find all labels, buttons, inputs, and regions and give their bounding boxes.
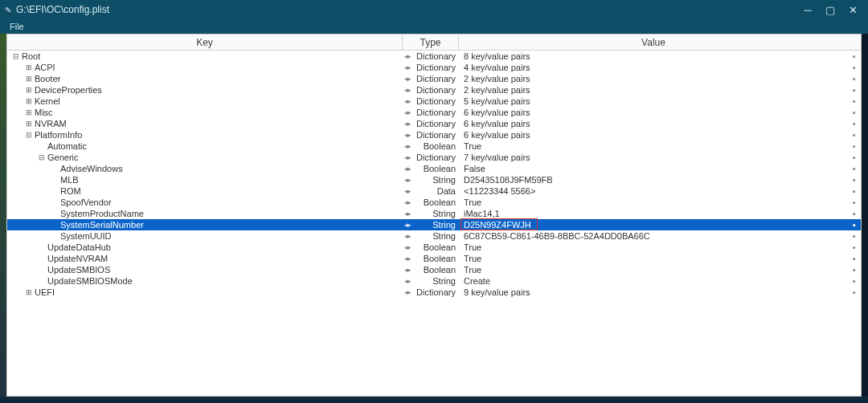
value-cell[interactable]: 4 key/value pairs xyxy=(459,62,848,73)
row-menu-icon[interactable]: ▪ xyxy=(848,51,861,62)
type-cell[interactable]: ◂▸Boolean xyxy=(403,264,459,275)
key-cell[interactable]: ⊞Kernel xyxy=(7,96,403,107)
type-cell[interactable]: ◂▸Dictionary xyxy=(403,51,459,62)
tree-row[interactable]: SpoofVendor◂▸BooleanTrue▪ xyxy=(7,197,861,208)
value-cell[interactable]: 5 key/value pairs xyxy=(459,96,848,107)
value-cell[interactable]: True xyxy=(459,197,848,208)
minimize-button[interactable]: ─ xyxy=(797,2,818,17)
key-cell[interactable]: UpdateNVRAM xyxy=(7,253,403,264)
tree-row[interactable]: ⊟Root◂▸Dictionary8 key/value pairs▪ xyxy=(7,51,861,62)
row-menu-icon[interactable]: ▪ xyxy=(848,275,861,287)
key-cell[interactable]: MLB xyxy=(7,174,403,185)
tree-row[interactable]: ROM◂▸Data<11223344 5566>▪ xyxy=(7,185,861,197)
row-menu-icon[interactable]: ▪ xyxy=(848,84,861,96)
close-button[interactable]: ✕ xyxy=(842,2,863,17)
type-cell[interactable]: ◂▸Dictionary xyxy=(403,96,459,107)
row-menu-icon[interactable]: ▪ xyxy=(848,242,861,253)
value-cell[interactable]: <11223344 5566> xyxy=(459,185,848,197)
row-menu-icon[interactable]: ▪ xyxy=(848,140,861,152)
key-cell[interactable]: AdviseWindows xyxy=(7,163,403,174)
tree-row[interactable]: SystemUUID◂▸String6C87CB59-C861-46B9-8BB… xyxy=(7,230,861,242)
type-cell[interactable]: ◂▸String xyxy=(403,219,459,230)
expand-icon[interactable]: ⊞ xyxy=(25,120,33,128)
value-cell[interactable]: True xyxy=(459,253,848,264)
type-cell[interactable]: ◂▸Boolean xyxy=(403,253,459,264)
tree-row[interactable]: AdviseWindows◂▸BooleanFalse▪ xyxy=(7,163,861,174)
row-menu-icon[interactable]: ▪ xyxy=(848,185,861,197)
type-cell[interactable]: ◂▸String xyxy=(403,174,459,185)
tree-row[interactable]: ⊞NVRAM◂▸Dictionary6 key/value pairs▪ xyxy=(7,118,861,129)
row-menu-icon[interactable]: ▪ xyxy=(848,152,861,163)
header-value[interactable]: Value xyxy=(459,35,848,50)
type-cell[interactable]: ◂▸Boolean xyxy=(403,242,459,253)
type-cell[interactable]: ◂▸Dictionary xyxy=(403,118,459,129)
row-menu-icon[interactable]: ▪ xyxy=(848,219,861,230)
key-cell[interactable]: ⊞NVRAM xyxy=(7,118,403,129)
row-menu-icon[interactable]: ▪ xyxy=(848,73,861,84)
tree-row[interactable]: ⊞Kernel◂▸Dictionary5 key/value pairs▪ xyxy=(7,96,861,107)
value-cell[interactable]: D25435108J9FM59FB xyxy=(459,174,848,185)
menu-file[interactable]: File xyxy=(5,20,29,33)
row-menu-icon[interactable]: ▪ xyxy=(848,287,861,298)
expand-icon[interactable]: ⊞ xyxy=(25,75,33,83)
collapse-icon[interactable]: ⊟ xyxy=(38,153,46,161)
key-cell[interactable]: UpdateDataHub xyxy=(7,242,403,253)
key-cell[interactable]: SpoofVendor xyxy=(7,197,403,208)
tree-row[interactable]: ⊟PlatformInfo◂▸Dictionary6 key/value pai… xyxy=(7,129,861,140)
type-cell[interactable]: ◂▸String xyxy=(403,275,459,287)
tree-row[interactable]: Automatic◂▸BooleanTrue▪ xyxy=(7,140,861,152)
tree-row[interactable]: ⊞DeviceProperties◂▸Dictionary2 key/value… xyxy=(7,84,861,96)
tree-row[interactable]: ⊞UEFI◂▸Dictionary9 key/value pairs▪ xyxy=(7,287,861,298)
collapse-icon[interactable]: ⊟ xyxy=(12,52,20,60)
key-cell[interactable]: ⊞Booter xyxy=(7,73,403,84)
type-cell[interactable]: ◂▸Boolean xyxy=(403,163,459,174)
type-cell[interactable]: ◂▸Dictionary xyxy=(403,62,459,73)
tree-row[interactable]: MLB◂▸StringD25435108J9FM59FB▪ xyxy=(7,174,861,185)
type-cell[interactable]: ◂▸Dictionary xyxy=(403,73,459,84)
row-menu-icon[interactable]: ▪ xyxy=(848,174,861,185)
value-cell[interactable]: Create xyxy=(459,275,848,287)
key-cell[interactable]: SystemProductName xyxy=(7,208,403,219)
value-cell[interactable]: 6 key/value pairs xyxy=(459,129,848,140)
value-cell[interactable]: True xyxy=(459,140,848,152)
key-cell[interactable]: ROM xyxy=(7,185,403,197)
expand-icon[interactable]: ⊞ xyxy=(25,86,33,94)
tree-row[interactable]: ⊞ACPI◂▸Dictionary4 key/value pairs▪ xyxy=(7,62,861,73)
row-menu-icon[interactable]: ▪ xyxy=(848,208,861,219)
tree-row[interactable]: UpdateDataHub◂▸BooleanTrue▪ xyxy=(7,242,861,253)
tree-row[interactable]: UpdateSMBIOSMode◂▸StringCreate▪ xyxy=(7,275,861,287)
row-menu-icon[interactable]: ▪ xyxy=(848,197,861,208)
row-menu-icon[interactable]: ▪ xyxy=(848,96,861,107)
row-menu-icon[interactable]: ▪ xyxy=(848,163,861,174)
value-cell[interactable]: 6 key/value pairs xyxy=(459,107,848,118)
key-cell[interactable]: ⊟PlatformInfo xyxy=(7,129,403,140)
type-cell[interactable]: ◂▸String xyxy=(403,208,459,219)
key-cell[interactable]: Automatic xyxy=(7,140,403,152)
tree-row[interactable]: ⊞Booter◂▸Dictionary2 key/value pairs▪ xyxy=(7,73,861,84)
header-type[interactable]: Type xyxy=(403,35,459,50)
key-cell[interactable]: UpdateSMBIOS xyxy=(7,264,403,275)
value-cell[interactable]: D25N99Z4FWJH xyxy=(459,219,848,230)
type-cell[interactable]: ◂▸Dictionary xyxy=(403,287,459,298)
value-cell[interactable]: 2 key/value pairs xyxy=(459,73,848,84)
expand-icon[interactable]: ⊞ xyxy=(25,97,33,105)
value-cell[interactable]: 2 key/value pairs xyxy=(459,84,848,96)
row-menu-icon[interactable]: ▪ xyxy=(848,62,861,73)
type-cell[interactable]: ◂▸Dictionary xyxy=(403,129,459,140)
row-menu-icon[interactable]: ▪ xyxy=(848,129,861,140)
row-menu-icon[interactable]: ▪ xyxy=(848,230,861,242)
key-cell[interactable]: ⊞UEFI xyxy=(7,287,403,298)
value-cell[interactable]: iMac14,1 xyxy=(459,208,848,219)
type-cell[interactable]: ◂▸Dictionary xyxy=(403,107,459,118)
key-cell[interactable]: SystemSerialNumber xyxy=(7,219,403,230)
tree-row[interactable]: SystemSerialNumber◂▸StringD25N99Z4FWJH▪ xyxy=(7,219,861,230)
key-cell[interactable]: ⊞ACPI xyxy=(7,62,403,73)
key-cell[interactable]: ⊟Root xyxy=(7,51,403,62)
tree-row[interactable]: ⊞Misc◂▸Dictionary6 key/value pairs▪ xyxy=(7,107,861,118)
expand-icon[interactable]: ⊞ xyxy=(25,108,33,116)
value-cell[interactable]: True xyxy=(459,242,848,253)
tree-row[interactable]: SystemProductName◂▸StringiMac14,1▪ xyxy=(7,208,861,219)
value-cell[interactable]: 6 key/value pairs xyxy=(459,118,848,129)
value-cell[interactable]: 8 key/value pairs xyxy=(459,51,848,62)
row-menu-icon[interactable]: ▪ xyxy=(848,253,861,264)
